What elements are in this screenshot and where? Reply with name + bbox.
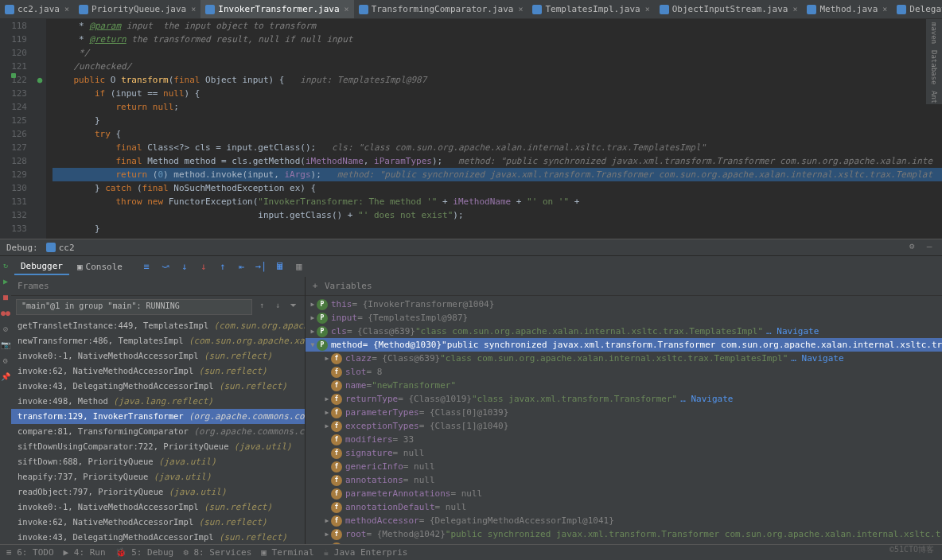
next-frame-icon[interactable]: ↓ (271, 301, 284, 313)
expand-icon[interactable]: ▶ (309, 325, 317, 338)
stack-frame[interactable]: compare:81, TransformingComparator (org.… (11, 424, 305, 439)
filter-icon[interactable]: ⏷ (287, 301, 300, 313)
stack-frame[interactable]: newTransformer:486, TemplatesImpl (com.s… (11, 333, 305, 348)
expand-icon[interactable]: ▶ (323, 352, 331, 365)
variable-row[interactable]: ▶Pcls = {Class@639} "class com.sun.org.a… (306, 325, 942, 338)
stack-frame[interactable]: readObject:797, PriorityQueue (java.util… (11, 484, 305, 500)
show-exec-icon[interactable]: ≡ (140, 260, 153, 273)
tab-ObjectInputStream-java[interactable]: ObjectInputStream.java× (655, 0, 803, 19)
close-icon[interactable]: × (792, 5, 797, 14)
add-watch-icon[interactable]: + (306, 281, 325, 291)
tab-console[interactable]: ▣Console (71, 259, 129, 274)
variable-row[interactable]: fsignature = null (306, 446, 942, 460)
status-item[interactable]: ▶ 4: Run (64, 547, 106, 558)
stack-frame[interactable]: transform:129, InvokerTransformer (org.a… (11, 409, 305, 424)
dump-icon[interactable]: 📷 (0, 339, 11, 350)
variable-row[interactable]: fslot = 8 (306, 365, 942, 379)
tab-InvokerTransformer-java[interactable]: InvokerTransformer.java× (200, 0, 353, 19)
rerun-icon[interactable]: ↻ (0, 259, 11, 270)
navigate-link[interactable]: … Navigate (766, 325, 819, 338)
settings-icon[interactable]: ⚙ (905, 241, 918, 254)
mute-breakpoints-icon[interactable]: ⊘ (0, 323, 11, 334)
stack-frame[interactable]: heapify:737, PriorityQueue (java.util) (11, 469, 305, 484)
close-icon[interactable]: × (64, 5, 69, 14)
frames-list[interactable]: getTransletInstance:449, TemplatesImpl (… (11, 318, 305, 544)
evaluate-icon[interactable]: 🖩 (274, 260, 286, 273)
code-area[interactable]: * @param input the input object to trans… (46, 19, 942, 239)
editor[interactable]: 1181191201211221231241251261271281291301… (0, 19, 942, 239)
tab-TransformingComparator-java[interactable]: TransformingComparator.java× (354, 0, 528, 19)
variable-row[interactable]: fannotationDefault = null (306, 500, 942, 514)
minimize-icon[interactable]: — (923, 241, 936, 254)
stack-frame[interactable]: getTransletInstance:449, TemplatesImpl (… (11, 318, 305, 333)
close-icon[interactable]: × (191, 5, 196, 14)
stop-icon[interactable]: ■ (0, 291, 11, 302)
variable-row[interactable]: ▶Pinput = {TemplatesImpl@987} (306, 311, 942, 325)
stack-frame[interactable]: siftDown:688, PriorityQueue (java.util) (11, 454, 305, 469)
variable-row[interactable]: ▶fclazz = {Class@639} "class com.sun.org… (306, 352, 942, 365)
variable-row[interactable]: ▶froot = {Method@1042} "public synchroni… (306, 527, 942, 541)
force-step-into-icon[interactable]: ↓ (197, 260, 210, 273)
stack-frame[interactable]: invoke:498, Method (java.lang.reflect) (11, 394, 305, 409)
variable-row[interactable]: fmodifiers = 33 (306, 433, 942, 446)
variable-row[interactable]: ▶fmethodAccessor = {DelegatingMethodAcce… (306, 514, 942, 527)
expand-icon[interactable]: ▶ (323, 514, 331, 527)
thread-selector[interactable]: "main"@1 in group "main": RUNNING (16, 299, 252, 315)
run-to-cursor-icon[interactable]: →| (255, 260, 267, 273)
stack-frame[interactable]: siftDownUsingComparator:722, PriorityQue… (11, 439, 305, 454)
expand-icon[interactable]: ▶ (323, 527, 331, 541)
stack-frame[interactable]: invoke:43, DelegatingMethodAccessorImpl … (11, 530, 305, 544)
expand-icon[interactable]: ▶ (309, 298, 317, 311)
status-item[interactable]: ≡ 6: TODO (6, 547, 54, 558)
variable-row[interactable]: ▶fexceptionTypes = {Class[1]@1040} (306, 419, 942, 433)
expand-icon[interactable]: ▶ (323, 406, 331, 419)
tool-database[interactable]: Database (930, 50, 938, 84)
variable-row[interactable]: fname = "newTransformer" (306, 379, 942, 392)
variable-row[interactable]: fgenericInfo = null (306, 460, 942, 473)
expand-icon[interactable]: ▼ (309, 338, 317, 352)
stack-frame[interactable]: invoke:62, NativeMethodAccessorImpl (sun… (11, 364, 305, 379)
variable-row[interactable]: fparameterAnnotations = null (306, 487, 942, 500)
expand-icon[interactable]: ▶ (309, 311, 317, 325)
run-config[interactable]: cc2 (46, 243, 75, 253)
navigate-link[interactable]: … Navigate (680, 392, 733, 406)
tool-maven[interactable]: maven (930, 22, 938, 44)
pin-icon[interactable]: 📌 (0, 371, 11, 382)
close-icon[interactable]: × (645, 5, 650, 14)
status-item[interactable]: ▣ Terminal (261, 547, 313, 558)
view-breakpoints-icon[interactable]: ●● (0, 307, 11, 318)
tab-debugger[interactable]: Debugger (14, 259, 69, 275)
stack-frame[interactable]: invoke0:-1, NativeMethodAccessorImpl (su… (11, 500, 305, 515)
close-icon[interactable]: × (344, 5, 349, 14)
step-out-icon[interactable]: ↑ (216, 260, 229, 273)
status-item[interactable]: 🐞 5: Debug (115, 547, 174, 558)
status-item[interactable]: ☕ Java Enterpris (324, 547, 408, 558)
variable-row[interactable]: ▶fparameterTypes = {Class[0]@1039} (306, 406, 942, 419)
vars-list[interactable]: ▶Pthis = {InvokerTransformer@1004}▶Pinpu… (306, 296, 942, 544)
drop-frame-icon[interactable]: ⇤ (236, 260, 248, 273)
close-icon[interactable]: × (518, 5, 523, 14)
stack-frame[interactable]: invoke:62, NativeMethodAccessorImpl (sun… (11, 515, 305, 530)
tool-ant[interactable]: Ant (930, 91, 938, 103)
settings2-icon[interactable]: ⚙ (0, 355, 11, 366)
tab-PriorityQueue-java[interactable]: PriorityQueue.java× (74, 0, 200, 19)
stack-frame[interactable]: invoke0:-1, NativeMethodAccessorImpl (su… (11, 348, 305, 364)
tab-cc2-java[interactable]: cc2.java× (0, 0, 74, 19)
navigate-link[interactable]: … Navigate (791, 352, 843, 365)
tab-DelegatingMethodAccessorImpl-class[interactable]: DelegatingMethodAccessorImpl.class× (892, 0, 942, 19)
trace-icon[interactable]: ▦ (293, 260, 306, 273)
close-icon[interactable]: × (882, 5, 887, 14)
variable-row[interactable]: fannotations = null (306, 473, 942, 487)
prev-frame-icon[interactable]: ↑ (255, 301, 268, 313)
tab-TemplatesImpl-java[interactable]: TemplatesImpl.java× (527, 0, 654, 19)
expand-icon[interactable]: ▶ (323, 419, 331, 433)
variable-row[interactable]: ▶Pthis = {InvokerTransformer@1004} (306, 298, 942, 311)
step-into-icon[interactable]: ↓ (178, 260, 191, 273)
resume-icon[interactable]: ▶ (0, 275, 11, 286)
stack-frame[interactable]: invoke:43, DelegatingMethodAccessorImpl … (11, 379, 305, 394)
expand-icon[interactable]: ▶ (323, 392, 331, 406)
tab-Method-java[interactable]: Method.java× (802, 0, 892, 19)
variable-row[interactable]: ▶freturnType = {Class@1019} "class javax… (306, 392, 942, 406)
step-over-icon[interactable]: ⤻ (159, 260, 172, 273)
variable-row[interactable]: ▼Pmethod = {Method@1030} "public synchro… (306, 338, 942, 352)
